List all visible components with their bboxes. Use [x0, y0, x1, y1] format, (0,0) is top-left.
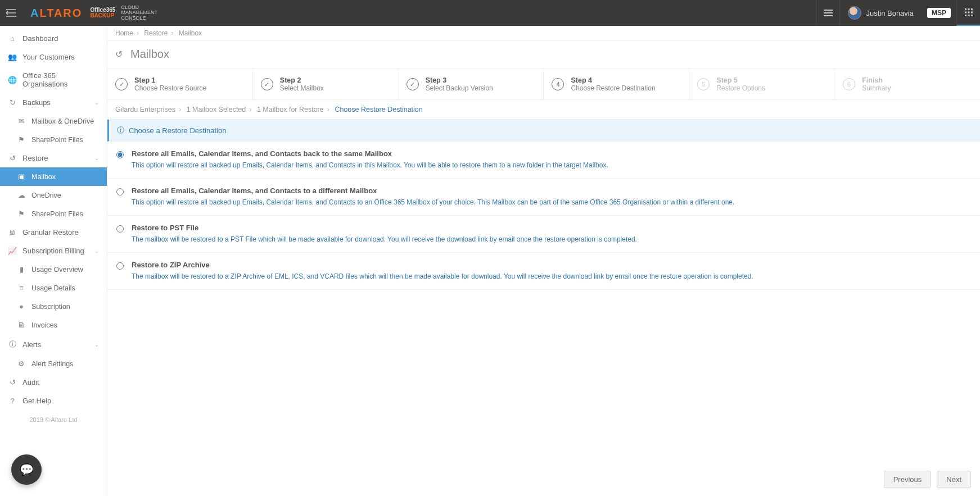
sitemap-icon: ⚑: [17, 135, 26, 144]
grid-icon: [965, 8, 973, 16]
sidebar-item-restore-onedrive[interactable]: ☁OneDrive: [0, 186, 107, 204]
option-zip[interactable]: Restore to ZIP Archive The mailbox will …: [107, 253, 980, 290]
sidebar-item-billing-details[interactable]: ≡Usage Details: [0, 279, 107, 297]
users-icon: 👥: [8, 53, 17, 61]
option-desc: This option will restore all backed up E…: [132, 197, 734, 207]
sidebar-item-backups-sharepoint[interactable]: ⚑SharePoint Files: [0, 130, 107, 149]
sidebar-item-office365[interactable]: 🌐Office 365 Organisations: [0, 66, 107, 93]
svg-rect-7: [968, 15, 969, 16]
brand-tag3: CONSOLE: [121, 16, 157, 21]
chat-button[interactable]: 💬: [11, 454, 42, 485]
option-same-mailbox[interactable]: Restore all Emails, Calendar Items, and …: [107, 142, 980, 179]
step-number: 5: [697, 78, 710, 90]
info-icon: ⓘ: [8, 339, 17, 349]
apps-grid-button[interactable]: [956, 0, 980, 26]
notice-banner: ⓘ Choose a Restore Destination: [107, 120, 980, 142]
option-pst[interactable]: Restore to PST File The mailbox will be …: [107, 216, 980, 253]
check-icon: ✓: [261, 78, 273, 90]
sidebar: ⌂Dashboard 👥Your Customers 🌐Office 365 O…: [0, 26, 107, 496]
dot-icon: ●: [17, 302, 26, 311]
info-icon: ⓘ: [117, 125, 124, 135]
notice-text: Choose a Restore Destination: [129, 126, 226, 135]
sidebar-item-restore-mailbox[interactable]: ▣Mailbox: [0, 167, 107, 186]
next-button[interactable]: Next: [937, 471, 971, 488]
sidebar-item-backups[interactable]: ↻Backups⌄: [0, 93, 107, 112]
wizard-steps: ✓ Step 1Choose Restore Source ✓ Step 2Se…: [107, 69, 980, 100]
step-3[interactable]: ✓ Step 3Select Backup Version: [399, 69, 544, 99]
option-desc: This option will restore all backed up E…: [132, 160, 608, 170]
main: Home› Restore› Mailbox ↺ Mailbox ✓ Step …: [107, 26, 980, 496]
step-title: Step 5: [716, 76, 765, 84]
brand-wordmark: AALTAROLTARO: [30, 7, 82, 20]
step-title: Step 3: [426, 76, 493, 84]
svg-rect-1: [968, 8, 969, 10]
page-title: Mailbox: [130, 48, 169, 61]
sidebar-item-help[interactable]: ?Get Help: [0, 392, 107, 410]
radio-zip[interactable]: [116, 262, 124, 270]
sidebar-item-audit[interactable]: ↺Audit: [0, 373, 107, 392]
wizard-crumb-restore[interactable]: 1 Mailbox for Restore: [257, 106, 324, 113]
radio-different-mailbox[interactable]: [116, 188, 124, 195]
sidebar-item-granular[interactable]: 🗎Granular Restore: [0, 223, 107, 242]
sidebar-label: Office 365 Organisations: [22, 71, 99, 88]
step-2[interactable]: ✓ Step 2Select Mailbox: [253, 69, 399, 99]
option-different-mailbox[interactable]: Restore all Emails, Calendar Items, and …: [107, 179, 980, 216]
page-title-row: ↺ Mailbox: [107, 41, 980, 69]
sidebar-item-restore-sharepoint[interactable]: ⚑SharePoint Files: [0, 204, 107, 223]
breadcrumb-restore[interactable]: Restore: [144, 29, 168, 37]
sidebar-label: Mailbox: [31, 173, 56, 181]
chart-icon: 📈: [8, 247, 17, 255]
step-number: 6: [843, 78, 855, 90]
sidebar-item-billing-overview[interactable]: ▮Usage Overview: [0, 260, 107, 279]
wizard-crumb-selected[interactable]: 1 Mailbox Selected: [187, 106, 246, 113]
step-desc: Select Backup Version: [426, 84, 493, 92]
sidebar-label: Restore: [22, 154, 48, 162]
queue-icon-button[interactable]: [816, 0, 839, 26]
sidebar-item-billing-subscription[interactable]: ●Subscription: [0, 297, 107, 316]
user-menu[interactable]: Justin Bonavia: [839, 0, 922, 26]
chevron-down-icon: ⌄: [94, 155, 99, 161]
radio-pst[interactable]: [116, 225, 124, 233]
sidebar-label: Dashboard: [22, 34, 58, 43]
step-1[interactable]: ✓ Step 1Choose Restore Source: [107, 69, 253, 99]
sidebar-item-alert-settings[interactable]: ⚙Alert Settings: [0, 354, 107, 373]
sidebar-item-billing-invoices[interactable]: 🗎Invoices: [0, 316, 107, 334]
sidebar-item-backups-mailbox[interactable]: ✉Mailbox & OneDrive: [0, 112, 107, 130]
refresh-icon: ↻: [8, 98, 17, 107]
step-title: Step 2: [280, 76, 324, 84]
sidebar-item-dashboard[interactable]: ⌂Dashboard: [0, 29, 107, 48]
sidebar-toggle[interactable]: [0, 0, 22, 26]
msp-badge[interactable]: MSP: [927, 8, 951, 18]
chevron-down-icon: ⌄: [94, 342, 99, 348]
sidebar-label: Mailbox & OneDrive: [31, 117, 94, 125]
previous-button[interactable]: Previous: [884, 471, 932, 488]
breadcrumb-home[interactable]: Home: [115, 29, 133, 37]
avatar: [848, 6, 861, 20]
gear-icon: ⚙: [17, 360, 26, 368]
sitemap-icon: ⚑: [17, 210, 26, 218]
brand: AALTAROLTARO Office365 BACKUP CLOUD MANA…: [22, 5, 157, 21]
sidebar-item-billing[interactable]: 📈Subscription Billing⌄: [0, 242, 107, 260]
mail-icon: ✉: [17, 117, 26, 125]
sidebar-item-restore[interactable]: ↺Restore⌄: [0, 149, 107, 167]
sidebar-label: Invoices: [31, 321, 57, 329]
wizard-crumb-org[interactable]: Gilardu Enterprises: [115, 106, 175, 113]
wizard-crumb-current: Choose Restore Destination: [335, 106, 422, 113]
file-icon: 🗎: [8, 228, 17, 236]
inbox-icon: ▣: [17, 172, 26, 181]
sidebar-item-alerts[interactable]: ⓘAlerts⌄: [0, 334, 107, 354]
option-desc: The mailbox will be restored to a ZIP Ar…: [132, 271, 753, 281]
copyright: 2019 © Altaro Ltd: [0, 416, 107, 423]
undo-icon: ↺: [115, 49, 123, 60]
sidebar-item-customers[interactable]: 👥Your Customers: [0, 48, 107, 66]
step-title: Step 1: [134, 76, 206, 84]
step-4[interactable]: 4 Step 4Choose Restore Destination: [544, 69, 689, 99]
radio-same-mailbox[interactable]: [116, 151, 124, 158]
chevron-down-icon: ⌄: [94, 248, 99, 254]
step-title: Finish: [862, 76, 891, 84]
check-icon: ✓: [407, 78, 419, 90]
bar-chart-icon: ▮: [17, 265, 26, 274]
undo-icon: ↺: [8, 154, 17, 162]
hamburger-icon: [6, 9, 16, 17]
help-icon: ?: [8, 397, 17, 405]
